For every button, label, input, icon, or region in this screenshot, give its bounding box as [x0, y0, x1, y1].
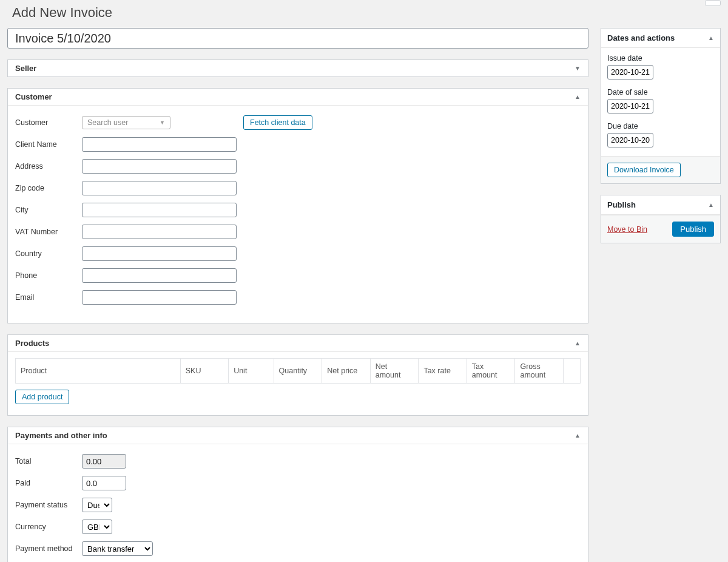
col-tax-amount: Tax amount	[467, 359, 515, 384]
customer-panel: Customer ▲ Customer Search user ▼	[7, 88, 588, 323]
seller-panel: Seller ▼	[7, 59, 588, 77]
client-name-label: Client Name	[15, 140, 82, 149]
address-label: Address	[15, 162, 82, 171]
col-quantity: Quantity	[274, 359, 322, 384]
issue-date-input[interactable]	[607, 65, 653, 80]
products-panel-header[interactable]: Products ▲	[8, 335, 588, 352]
col-gross-amount: Gross amount	[515, 359, 564, 384]
publish-panel: Publish ▲ Move to Bin Publish	[601, 195, 721, 243]
due-date-input[interactable]	[607, 133, 653, 147]
phone-label: Phone	[15, 271, 82, 280]
chevron-up-icon: ▲	[708, 35, 714, 41]
country-input[interactable]	[82, 246, 237, 261]
paid-input[interactable]	[82, 476, 126, 490]
paid-label: Paid	[15, 479, 82, 487]
city-label: City	[15, 206, 82, 214]
due-date-label: Due date	[607, 122, 714, 130]
vat-input[interactable]	[82, 225, 237, 239]
chevron-up-icon: ▲	[575, 432, 581, 439]
payment-method-label: Payment method	[15, 544, 82, 553]
dates-panel-title: Dates and actions	[607, 33, 675, 42]
col-net-amount: Net amount	[370, 359, 419, 384]
customer-search-select[interactable]: Search user ▼	[82, 116, 170, 129]
add-product-button[interactable]: Add product	[15, 390, 69, 404]
fetch-client-data-button[interactable]: Fetch client data	[243, 115, 312, 130]
publish-button[interactable]: Publish	[672, 222, 714, 237]
seller-panel-header[interactable]: Seller ▼	[8, 60, 588, 76]
sale-date-input[interactable]	[607, 99, 653, 113]
seller-panel-title: Seller	[15, 64, 36, 73]
customer-label: Customer	[15, 118, 82, 127]
currency-select[interactable]: GBP	[82, 520, 112, 534]
email-label: Email	[15, 293, 82, 302]
customer-panel-title: Customer	[15, 92, 52, 101]
chevron-up-icon: ▲	[575, 340, 581, 347]
products-table: Product SKU Unit Quantity Net price Net …	[15, 358, 581, 384]
payment-method-select[interactable]: Bank transfer	[82, 541, 153, 556]
chevron-down-icon: ▼	[575, 65, 581, 72]
publish-panel-header[interactable]: Publish ▲	[601, 195, 720, 215]
email-input[interactable]	[82, 290, 237, 305]
total-value	[82, 454, 126, 469]
move-to-bin-link[interactable]: Move to Bin	[607, 225, 647, 234]
zip-label: Zip code	[15, 184, 82, 192]
customer-search-placeholder: Search user	[87, 118, 128, 127]
products-panel-title: Products	[15, 339, 49, 348]
chevron-up-icon: ▲	[708, 201, 714, 208]
client-name-input[interactable]	[82, 137, 237, 152]
payment-status-label: Payment status	[15, 501, 82, 509]
address-input[interactable]	[82, 159, 237, 174]
payments-panel: Payments and other info ▲ Total Paid Pay…	[7, 427, 588, 562]
country-label: Country	[15, 249, 82, 258]
invoice-title-input[interactable]	[7, 28, 588, 49]
payments-panel-header[interactable]: Payments and other info ▲	[8, 427, 588, 444]
chevron-down-icon: ▼	[160, 120, 165, 126]
phone-input[interactable]	[82, 268, 237, 283]
products-panel: Products ▲ Product SKU Unit Quantity Net…	[7, 334, 588, 416]
zip-input[interactable]	[82, 181, 237, 195]
chevron-up-icon: ▲	[575, 93, 581, 100]
col-action	[564, 359, 581, 384]
payment-status-select[interactable]: Due	[82, 498, 112, 512]
col-unit: Unit	[229, 359, 274, 384]
dates-panel: Dates and actions ▲ Issue date Date of s…	[601, 28, 721, 184]
page-title: Add New Invoice	[12, 5, 716, 21]
col-product: Product	[16, 359, 181, 384]
publish-panel-title: Publish	[607, 200, 636, 209]
sale-date-label: Date of sale	[607, 88, 714, 96]
screen-options-button[interactable]	[705, 0, 721, 6]
download-invoice-button[interactable]: Download Invoice	[607, 163, 681, 177]
col-net-price: Net price	[322, 359, 370, 384]
col-sku: SKU	[180, 359, 228, 384]
currency-label: Currency	[15, 523, 82, 531]
city-input[interactable]	[82, 203, 237, 217]
total-label: Total	[15, 457, 82, 466]
customer-panel-header[interactable]: Customer ▲	[8, 89, 588, 106]
issue-date-label: Issue date	[607, 54, 714, 63]
payments-panel-title: Payments and other info	[15, 431, 107, 440]
col-tax-rate: Tax rate	[419, 359, 467, 384]
dates-panel-header[interactable]: Dates and actions ▲	[601, 29, 720, 48]
vat-label: VAT Number	[15, 228, 82, 236]
